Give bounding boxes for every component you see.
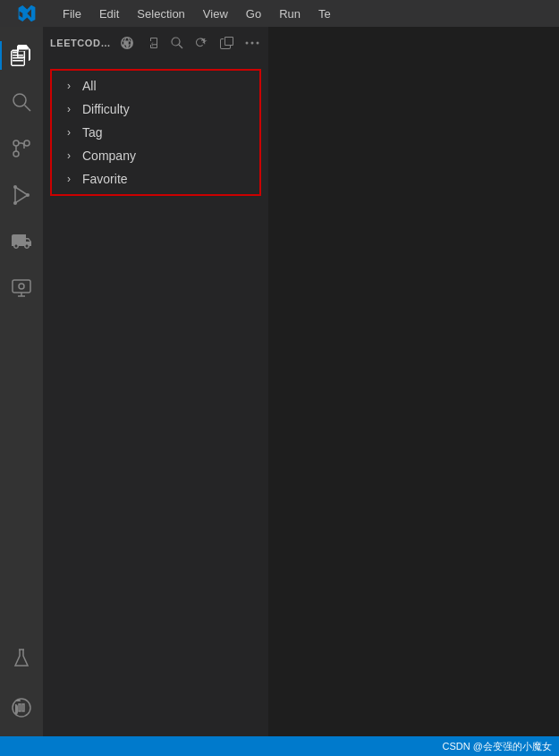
menu-view[interactable]: View — [194, 4, 237, 24]
tree-item-company[interactable]: › Company — [52, 144, 259, 167]
chevron-right-icon: › — [63, 126, 75, 139]
svg-point-11 — [26, 193, 30, 197]
activity-explorer[interactable] — [0, 34, 43, 77]
svg-marker-9 — [15, 187, 28, 203]
more-options-icon[interactable] — [243, 34, 261, 52]
svg-rect-1 — [13, 55, 23, 56]
activity-remote-explorer[interactable] — [0, 267, 43, 310]
chevron-right-icon: › — [63, 80, 75, 92]
tree-item-difficulty-label: Difficulty — [82, 102, 130, 116]
tree-item-difficulty[interactable]: › Difficulty — [52, 98, 259, 121]
tree-item-tag[interactable]: › Tag — [52, 121, 259, 144]
tree-item-favorite[interactable]: › Favorite — [52, 167, 259, 191]
chevron-right-icon: › — [63, 149, 75, 162]
svg-point-4 — [13, 94, 26, 106]
menu-terminal[interactable]: Te — [309, 4, 340, 24]
menu-run[interactable]: Run — [270, 4, 309, 24]
tree-item-company-label: Company — [82, 149, 136, 163]
activity-search[interactable] — [0, 81, 43, 123]
menu-bar: File Edit Selection View Go Run Te — [54, 4, 559, 24]
refresh-icon[interactable] — [193, 34, 211, 52]
search-icon[interactable] — [168, 34, 186, 52]
editor-area — [268, 27, 559, 736]
menu-go[interactable]: Go — [237, 4, 270, 24]
signin-icon[interactable] — [143, 34, 161, 52]
svg-point-10 — [13, 201, 17, 205]
svg-point-8 — [13, 151, 19, 157]
menu-file[interactable]: File — [54, 4, 90, 24]
menu-edit[interactable]: Edit — [90, 4, 128, 24]
statusbar-text: CSDN @会变强的小魔女 — [443, 740, 552, 753]
sidebar-content: › All › Difficulty › Tag › Company › — [43, 58, 268, 736]
titlebar: File Edit Selection View Go Run Te — [0, 0, 559, 27]
svg-rect-13 — [13, 280, 30, 293]
activity-source-control[interactable] — [0, 127, 43, 170]
svg-point-18 — [251, 41, 254, 44]
tree-item-all-label: All — [82, 79, 97, 93]
svg-rect-3 — [13, 60, 23, 62]
svg-point-15 — [172, 38, 180, 46]
activity-bar — [0, 27, 43, 736]
svg-line-5 — [25, 106, 31, 112]
activity-extensions[interactable] — [0, 220, 43, 263]
tree-item-all[interactable]: › All — [52, 74, 259, 98]
svg-point-7 — [24, 140, 30, 146]
svg-rect-0 — [13, 52, 17, 54]
activity-run-debug[interactable] — [0, 174, 43, 217]
sidebar: LEETCODE: ... — [43, 27, 268, 736]
tree-item-tag-label: Tag — [82, 125, 103, 140]
activity-testing[interactable] — [0, 636, 43, 679]
copy-icon[interactable] — [218, 34, 236, 52]
svg-point-17 — [246, 41, 249, 44]
activity-leetcode[interactable] — [0, 686, 43, 729]
tree-item-favorite-label: Favorite — [82, 172, 128, 186]
chevron-right-icon: › — [63, 173, 75, 185]
svg-point-6 — [13, 140, 19, 146]
svg-point-19 — [257, 41, 259, 44]
sidebar-header: LEETCODE: ... — [43, 27, 268, 58]
menu-selection[interactable]: Selection — [128, 4, 193, 24]
svg-rect-2 — [13, 57, 23, 59]
svg-point-12 — [13, 185, 17, 189]
chevron-right-icon: › — [63, 103, 75, 115]
tree-list: › All › Difficulty › Tag › Company › — [50, 69, 261, 196]
app-logo — [0, 4, 54, 22]
svg-point-14 — [19, 284, 24, 289]
main-content: LEETCODE: ... — [0, 27, 559, 736]
svg-line-16 — [179, 45, 182, 48]
globe-icon[interactable] — [118, 34, 136, 52]
statusbar: CSDN @会变强的小魔女 — [0, 736, 559, 756]
sidebar-title: LEETCODE: ... — [50, 38, 111, 48]
